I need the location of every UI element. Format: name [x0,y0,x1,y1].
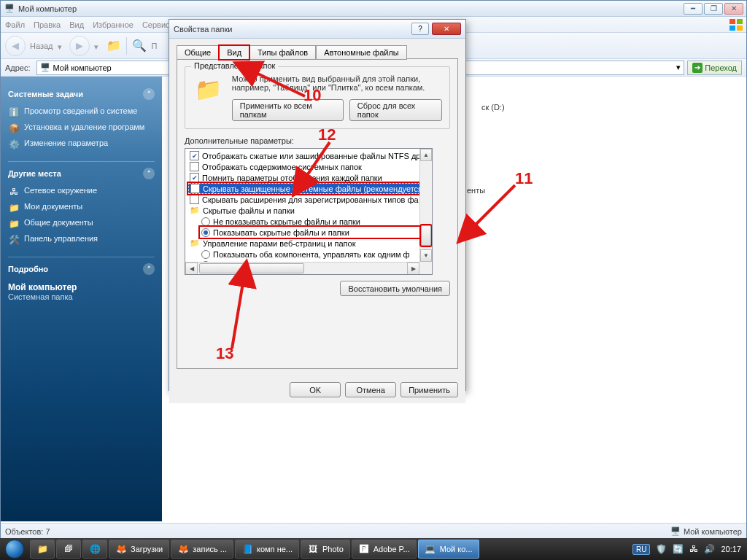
tree-checkbox-option[interactable]: Отображать содержимое системных папок [188,161,430,172]
taskbar-item[interactable]: 🗊 [56,540,81,559]
checkbox-icon[interactable] [190,184,200,193]
sidebar-item-settings[interactable]: ⚙️Изменение параметра [8,136,155,152]
dialog-titlebar[interactable]: Свойства папки ? ✕ [169,20,465,39]
group-folder-view: Представление папок 📁 Можно применить ви… [185,66,450,129]
horizontal-scrollbar[interactable]: ◀ ▶ [185,262,419,274]
restore-defaults-button[interactable]: Восстановить умолчания [340,281,450,296]
taskbar-item[interactable]: 📁 [30,540,55,559]
taskbar-item[interactable]: 📘комп не... [235,540,299,559]
tree-radio-option[interactable]: Показывать оба компонента, управлять как… [200,249,430,260]
menu-edit[interactable]: Правка [34,20,61,29]
start-button[interactable] [0,538,29,560]
chevron-up-icon[interactable]: ˄ [143,168,155,179]
maximize-button[interactable]: ❐ [704,3,723,15]
taskbar-item[interactable]: 🦊Загрузки [109,540,169,559]
panel-other-places-header[interactable]: Другие места ˄ [8,168,155,179]
tray-clock[interactable]: 20:17 [721,545,741,553]
go-arrow-icon: ➔ [692,63,703,73]
address-dropdown-icon[interactable]: ▾ [676,63,681,72]
tree-checkbox-option[interactable]: Скрывать защищенные системные файлы (рек… [188,183,430,194]
close-button[interactable]: ✕ [724,3,743,15]
taskbar-item-label: запись ... [193,545,227,553]
computer-icon: 🖥️ [40,63,50,72]
checkbox-icon[interactable] [190,195,199,204]
back-button[interactable]: ◀ [5,36,26,56]
menu-favorites[interactable]: Избранное [93,20,133,29]
panel-details-header[interactable]: Подробно ˄ [8,263,155,275]
tree-checkbox-option[interactable]: Скрывать расширения для зарегистрированн… [188,194,430,205]
tree-checkbox-option[interactable]: ✔Отображать сжатые или зашифрованные фай… [188,150,430,161]
ok-button[interactable]: OK [290,382,341,397]
sidebar-item-network[interactable]: 🖧Сетевое окружение [8,184,155,200]
sidebar-item-sysinfo[interactable]: ℹ️Просмотр сведений о системе [8,104,155,120]
tab-strip: Общие Вид Типы файлов Автономные файлы [177,44,458,59]
forward-button[interactable]: ▶ [69,36,90,56]
scroll-thumb[interactable] [421,225,431,246]
back-dropdown-icon[interactable]: ▾ [58,42,65,50]
option-label: Отображать сжатые или зашифрованные файл… [202,152,420,160]
tray-network-icon[interactable]: 🖧 [689,544,698,554]
chevron-up-icon[interactable]: ˄ [143,263,155,275]
cancel-button[interactable]: Отмена [345,382,396,397]
item-docs[interactable]: енты [467,186,485,195]
folder-icon: 📁 [190,206,200,216]
titlebar[interactable]: 🖥️ Мой компьютер ━ ❐ ✕ [1,1,746,17]
tab-offline[interactable]: Автономные файлы [316,45,407,60]
apply-all-folders-button[interactable]: Применить ко всем папкам [232,99,344,121]
checkbox-icon[interactable] [190,162,199,171]
tree-folder: 📁Скрытые файлы и папки [188,205,430,216]
scroll-up-button[interactable]: ▲ [420,149,432,161]
tab-filetypes[interactable]: Типы файлов [249,45,316,60]
radio-icon[interactable] [201,228,210,237]
minimize-button[interactable]: ━ [684,3,703,15]
up-folder-icon[interactable]: 📁 [106,38,122,54]
tree-radio-option[interactable]: Не показывать скрытые файлы и папки [200,216,430,227]
language-indicator[interactable]: RU [632,544,650,555]
tree-checkbox-option[interactable]: ✔Помнить параметры отображения каждой па… [188,172,430,183]
vertical-scrollbar[interactable]: ▲ ▼ [419,149,432,262]
chevron-up-icon[interactable]: ˄ [143,88,155,100]
taskbar-item[interactable]: 💻Мой ко... [418,540,479,559]
panel-system-tasks-header[interactable]: Системные задачи ˄ [8,88,155,100]
radio-icon[interactable] [201,217,210,226]
menu-file[interactable]: Файл [5,20,25,29]
dialog-help-button[interactable]: ? [411,23,429,35]
taskbar-item[interactable]: 🖼Photo [301,540,350,559]
tab-view[interactable]: Вид [219,45,249,60]
dialog-close-button[interactable]: ✕ [432,23,461,35]
menu-view[interactable]: Вид [69,20,84,29]
option-label: Управление парами веб-страниц и папок [203,239,355,248]
tray-volume-icon[interactable]: 🔊 [704,544,715,554]
tray-updates-icon[interactable]: 🔄 [673,544,684,554]
computer-icon: 🖥️ [4,3,15,15]
scroll-right-button[interactable]: ▶ [407,262,419,275]
checkbox-icon[interactable]: ✔ [190,151,199,160]
scroll-left-button[interactable]: ◀ [185,262,198,275]
go-button[interactable]: ➔ Переход [687,61,742,75]
advanced-params-list[interactable]: ✔Отображать сжатые или зашифрованные фай… [185,148,433,275]
apply-button[interactable]: Применить [400,382,458,397]
sidebar-item-shareddocs[interactable]: 📁Общие документы [8,216,155,232]
search-icon[interactable]: 🔍 [131,38,147,54]
group-legend: Представление папок [191,61,278,70]
sidebar-item-addremove[interactable]: 📦Установка и удаление программ [8,120,155,136]
sidebar-item-mydocs[interactable]: 📁Мои документы [8,200,155,216]
radio-icon[interactable] [201,250,210,259]
reset-all-folders-button[interactable]: Сброс для всех папок [349,99,442,121]
tree-radio-option[interactable]: Показывать скрытые файлы и папки [200,227,430,238]
scroll-down-button[interactable]: ▼ [420,249,432,262]
item-disk-d[interactable]: ск (D:) [481,103,505,112]
hscroll-thumb[interactable] [199,263,304,273]
forward-dropdown-icon[interactable]: ▾ [94,42,101,50]
tab-general[interactable]: Общие [177,45,219,60]
app-icon: 🖼 [307,543,319,555]
details-type: Системная папка [8,292,155,301]
menu-tools[interactable]: Сервис [142,20,170,29]
checkbox-icon[interactable]: ✔ [190,173,199,182]
back-label: Назад [30,42,53,50]
taskbar-item[interactable]: 🌐 [82,540,107,559]
sidebar-item-controlpanel[interactable]: 🛠️Панель управления [8,232,155,248]
taskbar-item[interactable]: 🦊запись ... [171,540,233,559]
tray-security-icon[interactable]: 🛡️ [656,544,667,554]
taskbar-item[interactable]: 🅿Adobe P... [352,540,417,559]
